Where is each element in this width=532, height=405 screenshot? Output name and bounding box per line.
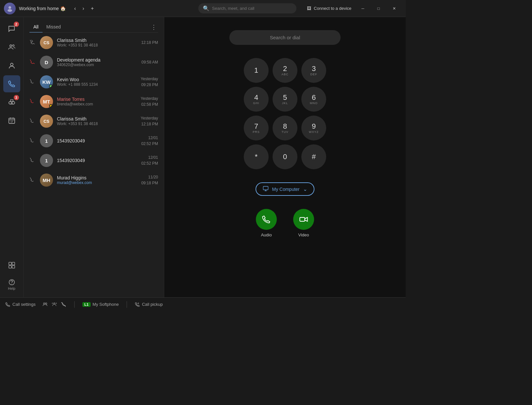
minimize-button[interactable]: ─ xyxy=(355,3,370,14)
call-time: Yesterday12:18 PM xyxy=(141,115,158,127)
dialpad-grid: 1 2 ABC 3 DEF 4 GHI 5 JKL 6 MNO xyxy=(244,58,326,169)
call-sub: murad@webex.com xyxy=(57,180,137,185)
call-info: Kevin Woo Work: +1 888 555 1234 xyxy=(57,77,137,87)
video-call-circle xyxy=(293,209,314,230)
call-settings-label: Call settings xyxy=(12,302,36,307)
softphone-item[interactable]: L1 My Softphone xyxy=(82,302,119,307)
nav-add-button[interactable]: + xyxy=(88,4,96,13)
dial-key-8[interactable]: 8 TUV xyxy=(273,116,297,140)
maximize-button[interactable]: □ xyxy=(371,3,386,14)
dial-key-6[interactable]: 6 MNO xyxy=(301,87,326,112)
svg-point-20 xyxy=(54,303,55,304)
call-outgoing-icon xyxy=(29,39,36,46)
audio-call-button[interactable]: Audio xyxy=(256,209,277,237)
sidebar-item-calendar[interactable]: 17 xyxy=(3,112,20,129)
svg-point-6 xyxy=(12,101,15,104)
list-item[interactable]: CS Clarissa Smith Work: +353 91 38 4618 … xyxy=(24,111,164,131)
calls-panel: All Missed ⋮ CS Clarissa Smith xyxy=(24,17,164,297)
call-info: Clarissa Smith Work: +353 91 38 4618 xyxy=(57,116,137,126)
dial-key-1[interactable]: 1 xyxy=(244,58,269,83)
chevron-down-icon: ⌄ xyxy=(303,186,307,192)
more-options-icon[interactable]: ⋮ xyxy=(150,22,158,32)
status-divider xyxy=(74,301,75,308)
svg-point-3 xyxy=(12,45,14,46)
audio-call-circle xyxy=(256,209,277,230)
list-item[interactable]: MH Murad Higgins murad@webex.com 11/2009… xyxy=(24,170,164,190)
list-item[interactable]: MT Marise Torres brenda@webex.com Yester… xyxy=(24,92,164,111)
call-time: Yesterday02:58 PM xyxy=(141,96,158,107)
audio-label: Audio xyxy=(261,232,272,237)
avatar: D xyxy=(40,56,53,69)
call-name: Development agenda xyxy=(57,57,137,63)
voicemail-badge: 3 xyxy=(14,95,19,100)
search-dial-input[interactable]: Search or dial xyxy=(229,30,341,45)
softphone-badge: L1 xyxy=(82,302,91,307)
dial-key-9[interactable]: 9 WXYZ xyxy=(301,116,326,140)
svg-rect-12 xyxy=(9,266,11,268)
tab-missed[interactable]: Missed xyxy=(43,22,65,33)
dial-key-hash[interactable]: # xyxy=(301,144,326,169)
avatar: 1 xyxy=(40,134,53,147)
monitor-device-icon xyxy=(263,186,269,193)
search-icon: 🔍 xyxy=(203,5,209,11)
list-item[interactable]: KW Kevin Woo Work: +1 888 555 1234 Yeste… xyxy=(24,72,164,92)
call-time: 12/0102:52 PM xyxy=(141,135,158,147)
svg-point-5 xyxy=(9,101,11,104)
list-item[interactable]: 1 15439203049 12/0102:52 PM xyxy=(24,151,164,170)
call-sub: Work: +353 91 38 4618 xyxy=(57,121,137,126)
svg-point-15 xyxy=(11,284,12,285)
call-sub: 340620@webex.com xyxy=(57,63,137,67)
call-name: Marise Torres xyxy=(57,97,137,102)
call-name: 15439203049 xyxy=(57,158,137,163)
device-selector[interactable]: My Computer ⌄ xyxy=(256,182,314,196)
call-sub: Work: +1 888 555 1234 xyxy=(57,82,137,87)
app-title: Working from home 🏠 xyxy=(19,6,66,11)
dial-key-4[interactable]: 4 GHI xyxy=(244,87,269,112)
dial-key-2[interactable]: 2 ABC xyxy=(273,58,297,83)
sidebar-item-voicemail[interactable]: 3 xyxy=(3,94,20,111)
sidebar-item-teams[interactable] xyxy=(3,39,20,56)
dial-key-7[interactable]: 7 PRS xyxy=(244,116,269,140)
call-sub: brenda@webex.com xyxy=(57,102,137,106)
global-search-bar[interactable]: 🔍 xyxy=(198,3,296,13)
dial-key-star[interactable]: * xyxy=(244,144,269,169)
connect-device-button[interactable]: 🖼 Connect to a device xyxy=(303,5,355,12)
svg-rect-17 xyxy=(300,217,305,221)
sidebar-item-chat[interactable]: 2 xyxy=(3,20,20,37)
list-item[interactable]: D Development agenda 340620@webex.com 09… xyxy=(24,52,164,72)
sidebar-item-contacts[interactable] xyxy=(3,57,20,74)
call-settings-item[interactable]: Call settings xyxy=(5,302,36,307)
dial-key-0[interactable]: 0 xyxy=(273,144,297,169)
avatar: CS xyxy=(40,36,53,49)
call-sub: Work: +353 91 38 4618 xyxy=(57,43,137,47)
svg-point-0 xyxy=(9,6,11,9)
sidebar-item-apps[interactable] xyxy=(3,257,20,274)
svg-point-1 xyxy=(8,9,12,12)
nav-back-button[interactable]: ‹ xyxy=(72,4,79,13)
svg-point-4 xyxy=(10,63,13,66)
avatar: MH xyxy=(40,174,53,187)
call-name: Clarissa Smith xyxy=(57,116,137,121)
calls-tabs: All Missed xyxy=(29,22,65,32)
dialpad-panel: Search or dial 1 2 ABC 3 DEF 4 GHI 5 JKL xyxy=(164,17,406,297)
avatar: CS xyxy=(40,115,53,128)
help-label: Help xyxy=(8,286,15,290)
sidebar-item-help[interactable]: Help xyxy=(3,275,20,294)
monitor-icon: 🖼 xyxy=(307,6,311,11)
dial-key-3[interactable]: 3 DEF xyxy=(301,58,326,83)
sidebar-item-calls[interactable] xyxy=(3,75,20,92)
list-item[interactable]: 1 15439203049 12/0102:52 PM xyxy=(24,131,164,151)
call-actions: Audio Video xyxy=(256,209,314,237)
call-pickup-item[interactable]: Call pickup xyxy=(135,302,163,307)
global-search-input[interactable] xyxy=(212,6,292,11)
nav-forward-button[interactable]: › xyxy=(80,4,87,13)
main-content: 2 xyxy=(0,17,406,297)
call-outgoing-icon xyxy=(29,79,36,85)
tab-all[interactable]: All xyxy=(29,22,43,33)
status-divider-2 xyxy=(127,301,127,308)
dial-key-5[interactable]: 5 JKL xyxy=(273,87,297,112)
list-item[interactable]: CS Clarissa Smith Work: +353 91 38 4618 … xyxy=(24,33,164,52)
video-call-button[interactable]: Video xyxy=(293,209,314,237)
close-button[interactable]: ✕ xyxy=(387,3,402,14)
avatar: KW xyxy=(40,75,53,88)
